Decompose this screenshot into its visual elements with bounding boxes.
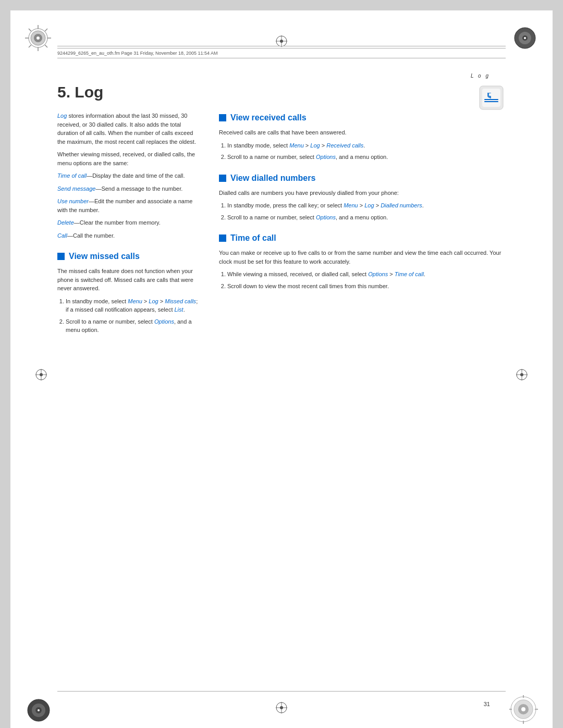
intro-para1: Log stores information about the last 30… — [57, 112, 198, 146]
section-indicator — [57, 253, 65, 260]
header-bar: 9244299_6265_en_au_oth.fm Page 31 Friday… — [57, 48, 506, 58]
left-column: Log stores information about the last 30… — [57, 112, 198, 339]
section-indicator-time — [219, 235, 226, 242]
menu-link-delete: Delete — [57, 219, 74, 226]
top-rule — [57, 46, 506, 46]
dn-step1-menu-link: Menu — [344, 202, 358, 208]
svg-rect-46 — [484, 99, 498, 100]
view-received-calls-steps: In standby mode, select Menu > Log > Rec… — [227, 141, 506, 162]
svg-rect-47 — [484, 101, 498, 102]
menu-link-time-of-call: Time of call — [57, 172, 87, 179]
top-left-decoration — [25, 25, 51, 51]
section-indicator-dialled — [219, 175, 226, 182]
rc-step1-menu-link: Menu — [289, 142, 304, 149]
section-indicator-received — [219, 114, 226, 121]
right-column: View received calls Received calls are c… — [219, 112, 506, 339]
step1-log-link: Log — [149, 298, 158, 304]
bottom-center-reg — [276, 702, 287, 713]
time-of-call-title: Time of call — [230, 232, 276, 244]
chapter-icon — [477, 83, 506, 112]
toc-step1-options-link: Options — [368, 271, 388, 277]
svg-point-15 — [524, 37, 526, 39]
content-columns: Log stores information about the last 30… — [57, 112, 506, 339]
right-center-reg — [516, 369, 528, 380]
chapter-title: 5. Log — [57, 83, 506, 101]
page: 9244299_6265_en_au_oth.fm Page 31 Friday… — [10, 10, 553, 728]
received-calls-step1: In standby mode, select Menu > Log > Rec… — [227, 141, 506, 150]
view-dialled-numbers-heading: View dialled numbers — [219, 172, 506, 184]
rc-step1-log-link: Log — [310, 142, 320, 149]
svg-line-8 — [29, 29, 31, 31]
view-missed-calls-heading: View missed calls — [57, 250, 198, 263]
rc-step2-options-link: Options — [316, 154, 336, 160]
svg-point-3 — [36, 36, 40, 40]
dn-step1-log-link: Log — [364, 202, 374, 208]
missed-calls-step2: Scroll to a name or number, select Optio… — [66, 317, 198, 335]
menu-link-send-message: Send message — [57, 186, 95, 192]
svg-line-9 — [45, 45, 47, 47]
svg-line-10 — [45, 29, 47, 31]
svg-line-11 — [29, 45, 31, 47]
page-number: 31 — [484, 701, 490, 707]
view-dialled-numbers-steps: In standby mode, press the call key; or … — [227, 201, 506, 221]
svg-point-19 — [38, 709, 40, 711]
time-of-call-intro: You can make or receive up to five calls… — [219, 249, 506, 266]
view-dialled-numbers-title: View dialled numbers — [230, 172, 315, 184]
menu-item-time-of-call: Time of call—Display the date and time o… — [57, 171, 198, 180]
bottom-rule — [57, 691, 506, 692]
menu-item-call: Call—Call the number. — [57, 231, 198, 240]
top-right-decoration — [514, 27, 536, 49]
menu-item-use-number: Use number—Edit the number and associate… — [57, 197, 198, 214]
step1-list-link: List — [175, 306, 183, 313]
top-center-reg — [276, 35, 287, 47]
time-of-call-heading: Time of call — [219, 232, 506, 244]
bottom-left-decoration — [27, 699, 50, 722]
view-received-calls-heading: View received calls — [219, 112, 506, 124]
view-received-calls-title: View received calls — [230, 112, 307, 124]
menu-item-send-message: Send message—Send a message to the numbe… — [57, 184, 198, 193]
missed-calls-step1: In standby mode, select Menu > Log > Mis… — [66, 297, 198, 314]
toc-step1: While viewing a missed, received, or dia… — [227, 270, 506, 279]
svg-point-23 — [521, 707, 525, 711]
view-missed-calls-title: View missed calls — [69, 250, 140, 263]
view-missed-calls-steps: In standby mode, select Menu > Log > Mis… — [66, 297, 198, 335]
step2-options-link: Options — [154, 318, 174, 325]
time-of-call-steps: While viewing a missed, received, or dia… — [227, 270, 506, 290]
view-received-calls-intro: Received calls are calls that have been … — [219, 128, 506, 137]
view-missed-calls-intro: The missed calls feature does not functi… — [57, 267, 198, 293]
toc-step2: Scroll down to view the most recent call… — [227, 282, 506, 291]
file-info: 9244299_6265_en_au_oth.fm Page 31 Friday… — [57, 51, 218, 56]
left-center-reg — [35, 369, 47, 380]
rc-step1-received-calls-link: Received calls — [326, 142, 363, 149]
dialled-step2: Scroll to a name or number, select Optio… — [227, 213, 506, 222]
main-content: 5. Log Log stores information about the … — [57, 83, 506, 686]
view-dialled-numbers-intro: Dialled calls are numbers you have previ… — [219, 189, 506, 198]
intro-link-log: Log — [57, 113, 67, 119]
step1-missed-calls-link: Missed calls — [165, 298, 196, 304]
menu-link-use-number: Use number — [57, 198, 89, 204]
menu-link-call: Call — [57, 232, 67, 239]
dialled-step1: In standby mode, press the call key; or … — [227, 201, 506, 210]
received-calls-step2: Scroll to a name or number, select Optio… — [227, 153, 506, 162]
toc-step1-time-link: Time of call — [395, 271, 424, 277]
menu-item-delete: Delete—Clear the number from memory. — [57, 218, 198, 227]
intro-para2: Whether viewing missed, received, or dia… — [57, 150, 198, 167]
dn-step1-dialled-link: Dialled numbers — [381, 202, 422, 208]
svg-rect-45 — [482, 89, 500, 107]
bottom-right-decoration — [509, 695, 538, 724]
dn-step2-options-link: Options — [316, 214, 336, 220]
step1-menu-link: Menu — [128, 298, 142, 304]
page-header-label: L o g — [471, 73, 490, 79]
